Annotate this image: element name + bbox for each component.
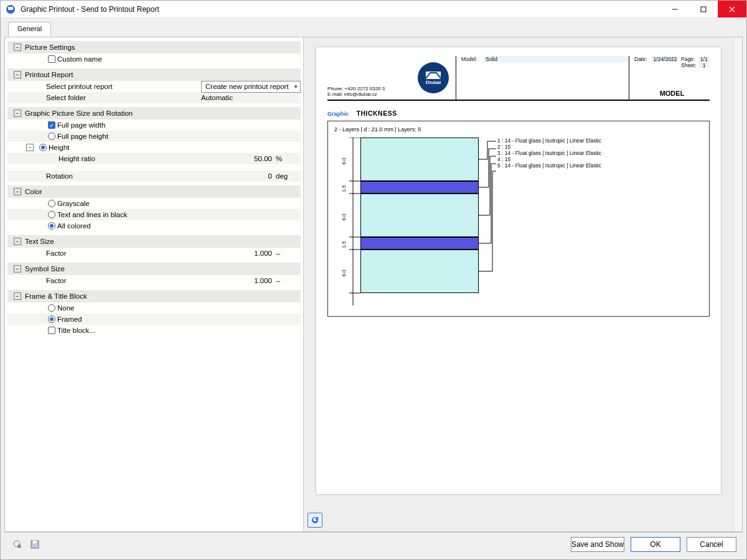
collapse-icon[interactable]: − <box>14 265 21 273</box>
dialog-window: Graphic Printout - Send to Printout Repo… <box>0 0 747 560</box>
row-select-folder: Select folder Automatic <box>7 92 301 103</box>
footer-action-1[interactable] <box>11 538 24 551</box>
custom-name-checkbox[interactable] <box>48 55 55 63</box>
layer-glass-2 <box>360 194 479 237</box>
maximize-button[interactable] <box>689 1 718 17</box>
tab-general[interactable]: General <box>8 22 51 37</box>
select-report-label: Select printout report <box>46 83 201 90</box>
section-frame: − Frame & Title Block <box>7 290 301 302</box>
close-icon <box>729 6 735 12</box>
titlebar: Graphic Printout - Send to Printout Repo… <box>1 1 746 18</box>
row-frame-framed: Framed <box>7 314 301 325</box>
height-radio[interactable] <box>39 144 47 151</box>
full-height-radio[interactable] <box>48 133 55 140</box>
row-height: − Height <box>7 142 301 153</box>
dim-text: 6.0 <box>341 213 347 221</box>
report-model-big: MODEL <box>634 90 710 97</box>
preview-panel: Phone: +420 2272 0320 3 E-mail: info@dlu… <box>304 37 742 531</box>
frame-framed-radio[interactable] <box>48 315 55 323</box>
tabstrip: General <box>4 22 743 37</box>
section-title: Frame & Title Block <box>25 292 87 300</box>
height-ratio-value[interactable]: 50.00 <box>206 155 276 162</box>
full-width-checkbox[interactable]: ✓ <box>48 121 55 129</box>
logo-text: Dlubal <box>426 80 441 85</box>
row-bw: Text and lines in black <box>7 209 301 220</box>
sheet-value: 1 <box>698 62 710 68</box>
title-block-checkbox[interactable] <box>48 327 55 334</box>
svg-rect-1 <box>8 7 13 10</box>
frame-framed-label: Framed <box>57 315 301 323</box>
callout-text: 1 : 14 - Float glass | Isotropic | Linea… <box>497 138 601 144</box>
sheet-label: Sheet: <box>681 62 698 68</box>
row-custom-name: Custom name <box>7 54 301 65</box>
maximize-icon <box>700 6 707 12</box>
all-colored-radio[interactable] <box>48 222 55 230</box>
minimize-button[interactable] <box>660 1 689 17</box>
layer-gap-1 <box>360 181 479 194</box>
collapse-icon[interactable]: − <box>14 188 21 195</box>
window-title: Graphic Printout - Send to Printout Repo… <box>21 5 660 14</box>
dim-text: 6.0 <box>341 269 347 277</box>
cancel-button[interactable]: Cancel <box>687 537 736 552</box>
model-label: Model: <box>461 56 484 62</box>
contact-phone: Phone: +420 2272 0320 3 <box>327 86 415 91</box>
section-title: Symbol Size <box>25 265 65 273</box>
row-height-ratio: Height ratio 50.00 % <box>7 153 301 164</box>
report-logo: Dlubal <box>415 56 452 100</box>
bridge-icon <box>425 71 441 80</box>
select-folder-label: Select folder <box>46 94 201 101</box>
collapse-icon[interactable]: − <box>14 238 21 245</box>
row-full-width: ✓ Full page width <box>7 119 301 131</box>
close-button[interactable] <box>718 1 746 17</box>
chevron-down-icon: ▾ <box>294 83 298 90</box>
section-title: Text Size <box>25 238 54 245</box>
logo-circle-icon: Dlubal <box>418 62 449 93</box>
preview-scrollbar[interactable] <box>733 37 742 531</box>
section-text-size: − Text Size <box>7 235 301 248</box>
dim-text: 1.5 <box>341 185 347 192</box>
section-size-rotation: − Graphic Picture Size and Rotation <box>7 107 301 119</box>
row-rotation: Rotation 0 deg <box>7 170 301 182</box>
select-report-dropdown[interactable]: Create new printout report ▾ <box>201 81 301 93</box>
row-spacer <box>7 164 301 170</box>
height-ratio-unit: % <box>276 155 301 162</box>
collapse-icon[interactable]: − <box>14 71 21 78</box>
row-select-report: Select printout report Create new printo… <box>7 81 301 92</box>
collapse-icon[interactable]: − <box>14 44 21 51</box>
frame-none-radio[interactable] <box>48 304 55 312</box>
report-caption: Graphic THICKNESS <box>327 110 710 117</box>
layer-glass-1 <box>360 138 479 181</box>
refresh-icon <box>311 516 319 525</box>
layer-glass-3 <box>360 250 479 293</box>
preview-page: Phone: +420 2272 0320 3 E-mail: info@dlu… <box>316 47 721 494</box>
bw-radio[interactable] <box>48 211 55 218</box>
dimension-column: 6.0 1.5 6.0 1.5 6.0 <box>334 138 360 307</box>
collapse-icon[interactable]: − <box>14 292 21 300</box>
text-factor-unit: -- <box>276 250 301 257</box>
date-label: Date: <box>634 56 652 62</box>
section-color: − Color <box>7 185 301 198</box>
full-width-label: Full page width <box>57 121 301 129</box>
collapse-icon[interactable]: − <box>14 110 21 117</box>
page-value: 1/1 <box>698 56 710 62</box>
grayscale-radio[interactable] <box>48 200 55 207</box>
caption-prefix: Graphic <box>327 111 349 117</box>
footer-action-2[interactable] <box>28 538 42 551</box>
app-icon <box>6 4 16 14</box>
svg-point-15 <box>17 544 21 548</box>
save-disk-icon <box>30 539 40 549</box>
height-ratio-label: Height ratio <box>59 155 206 162</box>
section-printout-report: − Printout Report <box>7 68 301 81</box>
rotation-value[interactable]: 0 <box>206 172 276 180</box>
height-label: Height <box>49 144 301 151</box>
refresh-button[interactable] <box>308 513 322 528</box>
caption-title: THICKNESS <box>357 110 397 117</box>
custom-name-label: Custom name <box>57 55 301 63</box>
symbol-factor-value[interactable]: 1.000 <box>206 277 276 284</box>
collapse-icon[interactable]: − <box>26 144 34 151</box>
ok-button[interactable]: OK <box>631 537 680 552</box>
report-contact: Phone: +420 2272 0320 3 E-mail: info@dlu… <box>327 56 415 100</box>
text-factor-value[interactable]: 1.000 <box>206 250 276 257</box>
save-and-show-button[interactable]: Save and Show <box>571 537 624 552</box>
dialog-footer: Save and Show OK Cancel <box>4 532 743 556</box>
